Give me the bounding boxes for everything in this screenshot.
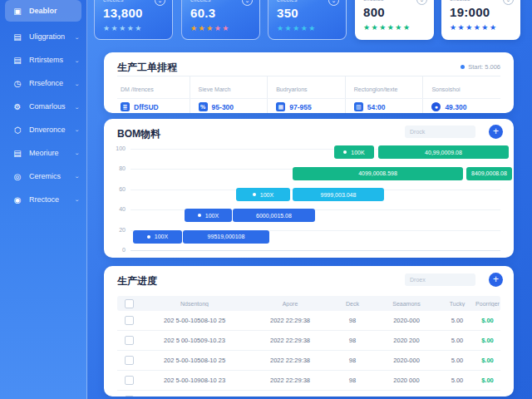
progress-search-input[interactable] xyxy=(405,273,475,286)
stat-card-label: effectes xyxy=(103,0,123,2)
stat-card-label: effectes xyxy=(363,0,383,2)
gantt-bar-label: 99519,000108 xyxy=(208,234,245,239)
panel-title-bom: BOM物料 xyxy=(117,127,160,141)
star-icon: ★ xyxy=(206,24,214,32)
table-cell: 2020-000 xyxy=(373,357,440,364)
document-icon: ▤ xyxy=(12,147,23,159)
table-row: 202 5 00-10509-10.232022 22:29:38982020 … xyxy=(117,331,500,351)
chevron-circle-icon[interactable]: ⌄ xyxy=(155,0,165,6)
gantt-bar: 100X xyxy=(133,230,182,244)
star-icon: ★ xyxy=(403,23,411,32)
schedule-value: ▥54:00 xyxy=(354,102,423,111)
select-all-checkbox[interactable] xyxy=(125,299,134,308)
star-icon: ★ xyxy=(190,24,199,32)
table-cell: 202 5-00-10908-10 23 xyxy=(140,377,249,384)
column-header-label: Budryarlons xyxy=(276,86,307,92)
list-square-icon: ▤ xyxy=(12,54,23,66)
sidebar-item-dnveronce[interactable]: ⬡Dnveronce⌄ xyxy=(0,118,86,141)
row-checkbox[interactable] xyxy=(125,356,134,365)
star-icon: ★ xyxy=(135,24,143,32)
schedule-table: DM /ItrencesSieve MarchBudryarlonsRecton… xyxy=(117,76,500,113)
schedule-header-row: DM /ItrencesSieve MarchBudryarlonsRecton… xyxy=(117,76,500,99)
chevron-circle-icon[interactable]: ⌄ xyxy=(416,0,427,5)
sidebar-item-label: Rrtirstems xyxy=(29,56,74,64)
gear-icon: ⚙ xyxy=(12,101,23,112)
progress-column-header: Seaamons xyxy=(373,301,440,307)
sidebar-item-uliggration[interactable]: ▤Uliggration⌄ xyxy=(0,25,86,48)
chevron-down-icon: ⌄ xyxy=(74,33,80,39)
progress-table-body: 202 5-00-10508-10 252022 22:29:38982020-… xyxy=(117,311,500,397)
progress-column-header: Deck xyxy=(332,301,373,307)
sidebar-item-deablor[interactable]: ▣Deablor xyxy=(5,0,81,22)
progress-table: NdsentongAporeDeckSeaamonsTuckyPoorriger… xyxy=(117,296,500,397)
sidebar-item-meoriure[interactable]: ▤Meoriure⌄ xyxy=(0,141,86,165)
gantt-bar-label: 100X xyxy=(260,192,273,198)
chevron-circle-icon[interactable]: ⌄ xyxy=(328,0,339,6)
star-icon: ★ xyxy=(363,23,372,32)
stat-card-label: effectes xyxy=(190,0,210,2)
row-checkbox[interactable] xyxy=(125,336,134,345)
star-icon: ★ xyxy=(119,24,127,32)
progress-header-checkbox-cell xyxy=(117,299,140,308)
table-cell: 2022 22:29:38 xyxy=(249,377,332,384)
sidebar-item-comarlous[interactable]: ⚙Comarlous⌄ xyxy=(0,95,86,118)
star-icon: ★ xyxy=(103,24,111,32)
row-checkbox[interactable] xyxy=(125,396,134,397)
star-rating: ★★★★★ xyxy=(190,24,230,32)
panel-production-progress: 生产进度 + NdsentongAporeDeckSeaamonsTuckyPo… xyxy=(104,266,514,397)
sidebar-item-rrtirstems[interactable]: ▤Rrtirstems⌄ xyxy=(0,48,86,71)
bom-search-input[interactable] xyxy=(405,126,475,138)
table-cell: 98 xyxy=(332,317,373,324)
status-dot-icon xyxy=(461,65,465,69)
gantt-bar: 99519,000108 xyxy=(183,230,269,244)
gantt-bar-label: 4099,0008.598 xyxy=(358,170,397,176)
document-icon: ≣ xyxy=(121,102,130,111)
table-cell: 98 xyxy=(332,337,373,344)
stat-card-label: effectes xyxy=(450,0,470,2)
schedule-value: ▦97-955 xyxy=(276,102,345,111)
sidebar-item-rrsefonce[interactable]: ◷Rrsefonce⌄ xyxy=(0,71,86,95)
row-checkbox[interactable] xyxy=(125,376,134,385)
table-cell: 5.00 xyxy=(440,317,475,324)
sidebar-item-label: Uliggration xyxy=(29,32,74,41)
gantt-bar-label: 100X xyxy=(205,213,219,219)
sidebar-item-ceremics[interactable]: ◎Ceremics⌄ xyxy=(0,165,86,188)
row-checkbox-cell xyxy=(117,356,140,365)
panel-title-schedule: 生产工单排程 xyxy=(117,61,177,75)
table-cell: 98 xyxy=(332,357,373,364)
schedule-column-value: ≣DffSUD xyxy=(117,99,190,113)
row-checkbox-cell xyxy=(117,376,140,385)
schedule-value-text: DffSUD xyxy=(134,103,159,111)
calendar-icon: ▦ xyxy=(276,102,285,111)
column-header-label: Sieve March xyxy=(199,86,231,92)
gantt-bar: 8409,0008.08 xyxy=(466,167,512,180)
progress-header-row: NdsentongAporeDeckSeaamonsTuckyPoorriger xyxy=(117,296,500,311)
sidebar-item-label: Ceremics xyxy=(29,172,74,180)
star-icon: ★ xyxy=(490,23,498,32)
gantt-bar: 100K xyxy=(334,145,374,159)
table-cell: 2020-000 xyxy=(373,317,440,324)
table-cell: 2022 22:29:38 xyxy=(249,317,332,324)
table-cell: 5.00 xyxy=(440,357,475,364)
y-axis-tick-label: 40 xyxy=(107,206,126,212)
chevron-down-icon: ⌄ xyxy=(74,80,80,86)
sidebar-item-label: Meoriure xyxy=(29,149,74,157)
schedule-column-value: ▥54:00 xyxy=(345,99,423,113)
progress-add-button[interactable]: + xyxy=(489,273,503,287)
gantt-bar: 40,99,0009.08 xyxy=(378,145,509,159)
table-cell: $.00 xyxy=(475,317,500,324)
table-cell: 202 5-00-10508-10 25 xyxy=(140,317,249,324)
bom-add-button[interactable]: + xyxy=(489,125,503,139)
row-checkbox[interactable] xyxy=(125,316,134,325)
sidebar-item-label: Comarlous xyxy=(29,102,74,111)
star-icon: ★ xyxy=(214,24,223,32)
star-icon: ★ xyxy=(222,24,230,32)
star-icon: ★ xyxy=(395,23,403,32)
chevron-circle-icon[interactable]: ⌄ xyxy=(503,0,514,5)
status-label: Start: xyxy=(468,63,483,71)
chevron-circle-icon[interactable]: ⌄ xyxy=(242,0,253,6)
schedule-value-text: 97-955 xyxy=(289,103,311,111)
sidebar-item-rrectoce[interactable]: ◉Rrectoce⌄ xyxy=(0,188,86,211)
schedule-status: Start: 5.006 xyxy=(461,63,500,71)
star-rating: ★★★★★★ xyxy=(450,23,497,32)
